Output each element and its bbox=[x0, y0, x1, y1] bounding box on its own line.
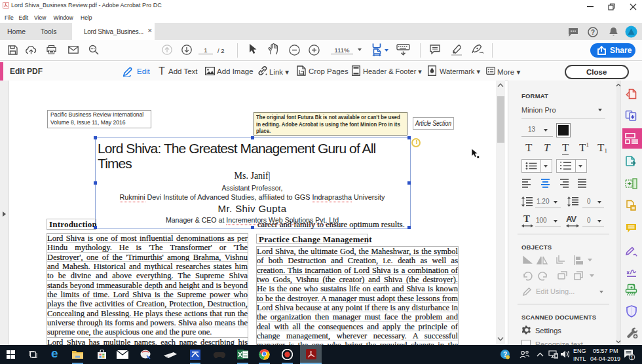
svg-text:?: ? bbox=[591, 29, 595, 36]
svg-text:1: 1 bbox=[630, 355, 633, 361]
